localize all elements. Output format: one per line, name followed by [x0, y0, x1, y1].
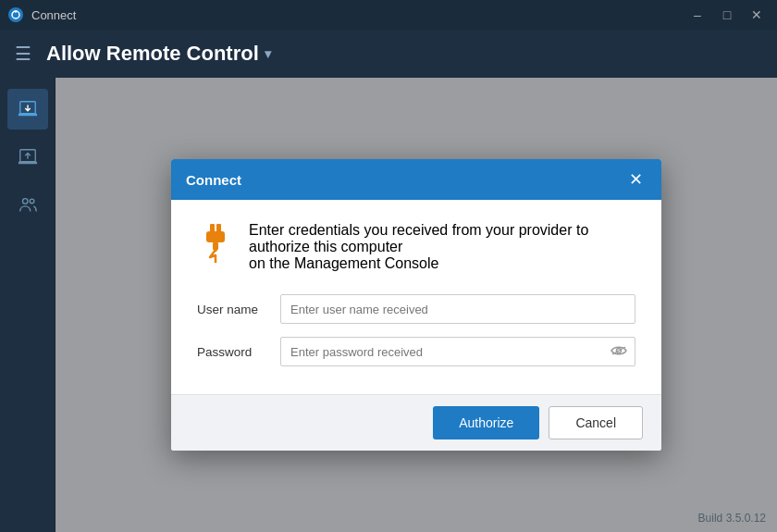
sidebar-item-download[interactable]	[7, 89, 48, 130]
content-area: Build 3.5.0.12 Connect ✕	[56, 78, 777, 532]
title-bar-left: Connect	[7, 6, 76, 23]
app-logo-icon	[7, 6, 24, 23]
users-icon	[18, 195, 38, 216]
dialog-info-line1: Enter credentials you received from your…	[249, 222, 588, 254]
sidebar	[0, 78, 56, 532]
download-icon	[18, 99, 38, 119]
username-input[interactable]	[280, 294, 635, 324]
title-bar: Connect – □ ✕	[0, 0, 777, 30]
authorize-button[interactable]: Authorize	[433, 406, 539, 439]
svg-point-6	[22, 199, 28, 204]
menu-icon[interactable]: ☰	[15, 43, 31, 65]
sidebar-item-upload[interactable]	[7, 137, 48, 178]
title-dropdown-arrow[interactable]: ▾	[265, 46, 271, 61]
show-password-icon[interactable]	[610, 344, 628, 360]
maximize-button[interactable]: □	[714, 6, 740, 24]
app-title-text: Allow Remote Control	[46, 42, 259, 66]
username-label: User name	[197, 303, 280, 316]
password-wrapper	[280, 337, 635, 366]
username-row: User name	[197, 294, 635, 324]
svg-rect-3	[18, 114, 36, 117]
window-controls: – □ ✕	[684, 6, 770, 24]
dialog-footer: Authorize Cancel	[171, 394, 661, 451]
password-label: Password	[197, 345, 280, 359]
main-area: Build 3.5.0.12 Connect ✕	[0, 78, 777, 532]
plug-icon	[197, 222, 234, 263]
dialog-close-button[interactable]: ✕	[624, 168, 647, 191]
password-input[interactable]	[280, 337, 635, 366]
sidebar-item-users[interactable]	[7, 185, 48, 226]
svg-point-1	[15, 10, 17, 12]
dialog-info-text: Enter credentials you received from your…	[249, 222, 635, 272]
close-button[interactable]: ✕	[744, 6, 770, 24]
svg-point-0	[8, 7, 23, 22]
app-header: ☰ Allow Remote Control ▾	[0, 30, 777, 78]
svg-point-12	[214, 248, 217, 252]
cancel-button[interactable]: Cancel	[549, 406, 643, 439]
dialog-overlay: Connect ✕	[56, 78, 777, 532]
dialog-info-row: Enter credentials you received from your…	[197, 222, 635, 272]
dialog-body: Enter credentials you received from your…	[171, 200, 661, 394]
window-title: Connect	[31, 8, 76, 22]
dialog-header: Connect ✕	[171, 159, 661, 200]
dialog-title: Connect	[186, 172, 241, 188]
upload-icon	[18, 147, 38, 167]
svg-point-7	[30, 199, 34, 204]
dialog-info-line2: on the Management Console	[249, 255, 438, 271]
svg-rect-10	[206, 231, 225, 242]
connect-dialog: Connect ✕	[171, 159, 661, 451]
minimize-button[interactable]: –	[684, 6, 710, 24]
svg-rect-5	[18, 162, 36, 165]
password-row: Password	[197, 337, 635, 366]
app-title: Allow Remote Control ▾	[46, 42, 271, 66]
